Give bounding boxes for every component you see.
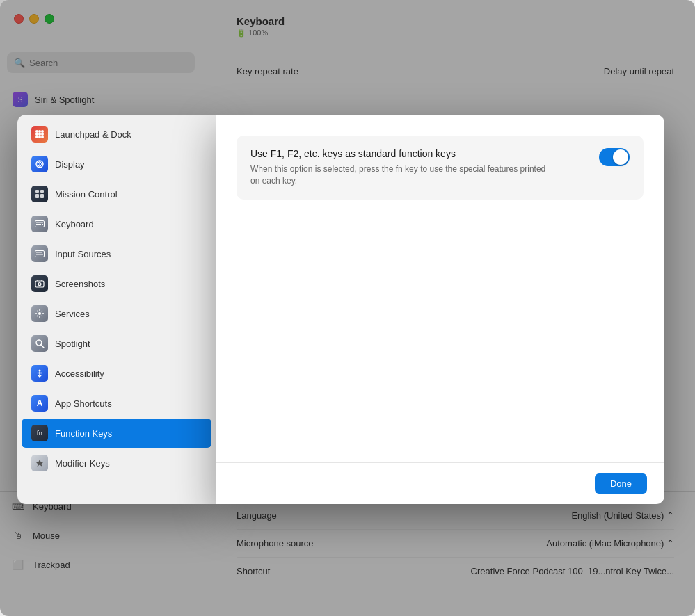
appshortcuts-icon: A xyxy=(31,395,48,412)
svg-rect-19 xyxy=(36,224,38,225)
svg-point-7 xyxy=(38,136,41,138)
launchpad-icon xyxy=(31,126,48,143)
sidebar-item-spotlight[interactable]: Spotlight xyxy=(22,329,211,358)
svg-rect-16 xyxy=(38,222,40,223)
sidebar-item-keyboard[interactable]: Keyboard xyxy=(22,209,211,238)
function-keys-toggle[interactable] xyxy=(599,148,630,166)
display-icon xyxy=(31,156,48,172)
sidebar-item-input[interactable]: Input Sources xyxy=(22,239,211,268)
svg-rect-23 xyxy=(36,252,38,253)
appshortcuts-label: App Shortcuts xyxy=(55,398,112,409)
sidebar-item-appshortcuts[interactable]: A App Shortcuts xyxy=(22,389,211,418)
services-icon xyxy=(31,305,48,322)
sidebar-item-mission[interactable]: Mission Control xyxy=(22,179,211,209)
svg-point-28 xyxy=(38,283,41,286)
input-icon xyxy=(31,245,48,262)
svg-rect-10 xyxy=(35,190,39,193)
svg-point-8 xyxy=(41,136,44,138)
sidebar-item-services[interactable]: Services xyxy=(22,299,211,328)
toggle-description: When this option is selected, press the … xyxy=(250,163,557,187)
sidebar-item-display[interactable]: Display xyxy=(22,149,211,179)
svg-rect-15 xyxy=(36,222,38,223)
modifier-icon xyxy=(31,455,48,471)
svg-rect-27 xyxy=(35,281,44,287)
screenshots-label: Screenshots xyxy=(55,279,105,289)
svg-point-1 xyxy=(38,130,41,133)
accessibility-icon xyxy=(31,365,48,382)
svg-rect-18 xyxy=(42,222,43,223)
svg-rect-20 xyxy=(38,224,41,225)
function-keys-toggle-row: Use F1, F2, etc. keys as standard functi… xyxy=(237,136,644,200)
svg-rect-17 xyxy=(40,222,42,223)
sidebar-item-modifier[interactable]: Modifier Keys xyxy=(22,448,211,478)
sidebar-item-screenshots[interactable]: Screenshots xyxy=(22,269,211,298)
sidebar-item-launchpad[interactable]: Launchpad & Dock xyxy=(22,120,211,149)
mission-icon xyxy=(31,186,48,202)
screenshots-icon xyxy=(31,275,48,292)
services-label: Services xyxy=(55,309,90,319)
accessibility-label: Accessibility xyxy=(55,368,104,379)
sidebar-item-fnkeys[interactable]: fn Function Keys xyxy=(22,419,211,448)
svg-point-6 xyxy=(35,136,38,138)
modal-sidebar: Launchpad & Dock Display Mission Con xyxy=(17,115,216,504)
svg-rect-13 xyxy=(40,194,44,198)
fnkeys-label: Function Keys xyxy=(55,428,112,439)
launchpad-label: Launchpad & Dock xyxy=(55,129,131,140)
toggle-text: Use F1, F2, etc. keys as standard functi… xyxy=(250,148,557,187)
done-button[interactable]: Done xyxy=(595,473,647,494)
modifier-label: Modifier Keys xyxy=(55,458,110,469)
svg-rect-12 xyxy=(35,194,39,198)
input-label: Input Sources xyxy=(55,249,111,259)
keyboard-label: Keyboard xyxy=(55,219,94,229)
sidebar-item-accessibility[interactable]: Accessibility xyxy=(22,359,211,388)
svg-point-29 xyxy=(38,312,41,315)
svg-rect-26 xyxy=(36,254,43,255)
svg-point-4 xyxy=(38,133,41,136)
modal-main: Use F1, F2, etc. keys as standard functi… xyxy=(216,115,664,504)
modal-footer: Done xyxy=(216,462,664,504)
mission-label: Mission Control xyxy=(55,189,118,200)
svg-point-3 xyxy=(35,133,38,136)
svg-rect-21 xyxy=(42,224,43,225)
svg-rect-11 xyxy=(40,190,44,193)
spotlight-label: Spotlight xyxy=(55,339,90,349)
toggle-title: Use F1, F2, etc. keys as standard functi… xyxy=(250,148,557,159)
svg-point-2 xyxy=(41,130,44,133)
svg-rect-24 xyxy=(38,252,40,253)
svg-point-32 xyxy=(39,370,41,372)
svg-point-0 xyxy=(35,130,38,133)
svg-rect-25 xyxy=(40,252,42,253)
svg-point-5 xyxy=(41,133,44,136)
display-label: Display xyxy=(55,159,85,170)
modal-content-area: Use F1, F2, etc. keys as standard functi… xyxy=(216,115,664,462)
svg-line-31 xyxy=(41,345,44,348)
keyboard-icon xyxy=(31,216,48,232)
fnkeys-icon: fn xyxy=(31,425,48,441)
spotlight-icon xyxy=(31,335,48,352)
